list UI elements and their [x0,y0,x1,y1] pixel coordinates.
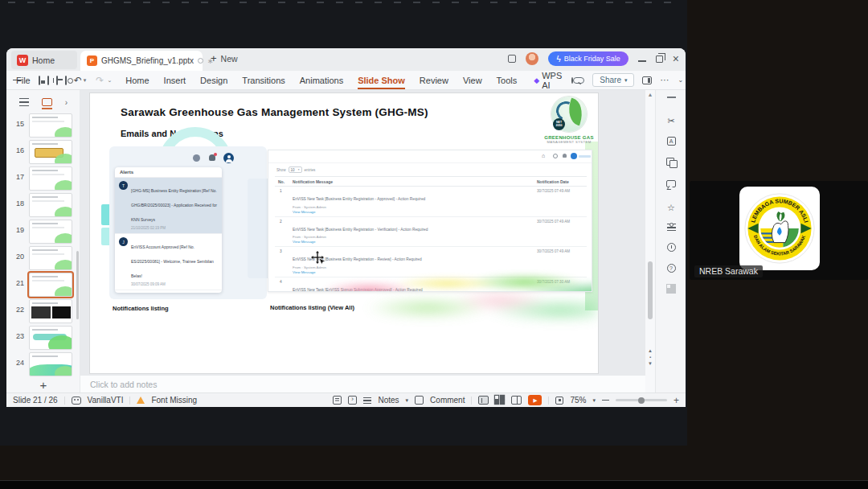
slide-thumbnail-16[interactable] [29,140,72,164]
zoom-in-button[interactable]: + [674,397,679,405]
col-no: No. [275,179,293,184]
theme-name[interactable]: VanillaVTI [88,396,124,405]
slide-sorter-icon[interactable] [495,396,505,405]
undo-icon[interactable]: ↶ [74,75,82,86]
alert-item: J EnVISS Account Approved [Ref No. ES/20… [115,234,222,290]
fullscreen-icon[interactable] [555,397,563,405]
normal-view-icon[interactable] [478,396,489,405]
menu-review[interactable]: Review [420,76,448,85]
menu-transitions[interactable]: Transitions [242,76,285,85]
notes-placeholder[interactable]: Click to add notes [90,380,157,389]
slide-thumbnail-23[interactable] [29,326,72,350]
print-preview-icon[interactable] [65,76,67,85]
collapse-ribbon-icon[interactable]: ⌄ [678,76,683,84]
promo-button[interactable]: ϟ Black Friday Sale [548,51,628,66]
font-missing-warning[interactable]: Font Missing [151,396,197,405]
account-avatar[interactable] [526,52,538,65]
slide-number: 15 [8,120,24,128]
redo-icon[interactable]: ↷ [96,75,104,86]
menu-home[interactable]: Home [125,76,149,85]
slide-thumbnail-21[interactable] [29,273,72,297]
slideshow-play-button[interactable]: ▶ [528,395,542,405]
menu-design[interactable]: Design [200,76,227,85]
row-date: 30/7/2025 07:49 AM [537,249,587,274]
jump-to-slide-icon[interactable] [348,396,357,405]
participant-video-tile[interactable]: LEMBAGA SUMBER ASLI DAN ALAM SEKITAR SAR… [690,181,868,280]
apps-grid-icon[interactable] [656,285,686,293]
comment-button[interactable]: Comment [430,396,465,405]
canvas-scrollbar[interactable]: ▲ ▲ ▪ ▼ [645,90,655,375]
next-slide-icon[interactable]: ▼ [648,362,653,366]
table-row: 2 EnVISS New Task [Business Entity Regis… [275,217,587,248]
tools-icon[interactable]: ✂ [656,116,686,126]
close-button[interactable]: × [673,55,679,63]
comment-icon[interactable] [415,396,424,405]
notes-area[interactable]: Click to add notes [80,375,645,392]
settings-sliders-icon[interactable] [656,224,686,231]
wps-ai-icon: ◆ [534,76,539,84]
ghg-ms-logo: NET 2050 GREENHOUSE GAS MANAGEMENT SYSTE… [532,97,598,144]
undo-caret-icon[interactable]: ▾ [84,77,87,84]
slide-panel-toggle-icon[interactable] [333,396,342,405]
help-circle-icon[interactable]: ? [656,264,686,273]
slide-thumbnail-17[interactable] [29,166,72,191]
restore-button[interactable] [656,55,663,63]
lightning-icon: ϟ [556,55,560,64]
scrollbar-thumb[interactable] [648,261,653,319]
scroll-up-icon[interactable]: ▲ [645,92,655,97]
slide-thumbnail-15[interactable] [29,113,72,138]
slide-21[interactable]: Sarawak Greenhouse Gas Management System… [90,93,598,373]
panel-scrollbar[interactable] [76,251,79,319]
translate-icon[interactable]: A [656,137,686,146]
history-icon[interactable] [656,243,686,252]
zoom-slider-knob[interactable] [638,397,645,404]
outline-view-icon[interactable] [19,98,29,106]
menu-insert[interactable]: Insert [164,76,186,85]
net-2050-badge: NET 2050 [553,118,565,130]
zoom-slider[interactable] [616,399,667,401]
notes-toggle[interactable]: Notes [378,396,399,405]
menu-slide-show[interactable]: Slide Show [358,76,405,89]
comment-panel-icon[interactable] [656,180,686,187]
window-preview-icon[interactable] [508,55,516,63]
sidebar-toggle-icon[interactable] [642,76,652,84]
slide-nav-buttons[interactable]: ▲ ▪ ▼ [645,349,655,366]
menu-wps-ai[interactable]: WPS AI [542,71,562,90]
menu-tools[interactable]: Tools [497,76,518,85]
tab-home[interactable]: W Home [11,51,77,69]
slide-thumbnail-18[interactable] [29,193,72,217]
menu-view[interactable]: View [463,76,482,85]
zoom-out-button[interactable] [602,400,609,401]
panel-expand-icon[interactable]: › [65,98,68,107]
export-icon[interactable] [47,76,49,85]
favorites-icon[interactable]: ☆ [656,203,686,213]
new-tab-button[interactable]: + New [211,52,238,64]
previous-slide-icon[interactable]: ▲ [648,349,653,353]
slide-thumbnail-22[interactable] [29,299,72,323]
slide-nav-dot[interactable]: ▪ [649,355,651,360]
print-icon[interactable] [56,76,58,85]
save-icon[interactable] [39,76,40,85]
page-size-value: 10 [291,168,295,172]
slide-thumbnails-icon[interactable] [42,98,52,106]
minimize-button[interactable] [638,60,646,62]
slide-thumbnail-24[interactable] [29,352,72,376]
slide-thumbnail-20[interactable] [29,246,72,270]
notes-caret-icon[interactable]: ▾ [406,397,409,404]
slide-thumbnail-19[interactable] [29,220,72,244]
share-button[interactable]: Share ▾ [592,73,634,87]
tab-sync-icon[interactable] [198,58,203,64]
zoom-caret-icon[interactable]: ▾ [592,397,596,404]
shapes-icon[interactable] [656,158,686,166]
tab-document[interactable]: P GHGMS_Briefing_v1.pptx ∗ [80,51,203,71]
row-from: From : System Admin [293,205,532,209]
menu-bar: File ↶ ▾ ↷ ⌄ Home Insert Design Transiti… [6,71,686,90]
zoom-level[interactable]: 75% [570,396,586,405]
reading-view-icon[interactable] [511,396,522,405]
presentation-file-icon: P [87,55,97,66]
menu-animations[interactable]: Animations [300,76,343,85]
more-options-icon[interactable]: ⋯ [660,75,669,85]
entries-label: entries [305,168,316,172]
collapse-rail-icon[interactable] [656,97,686,98]
toolbar-caret-icon[interactable]: ⌄ [107,77,112,84]
